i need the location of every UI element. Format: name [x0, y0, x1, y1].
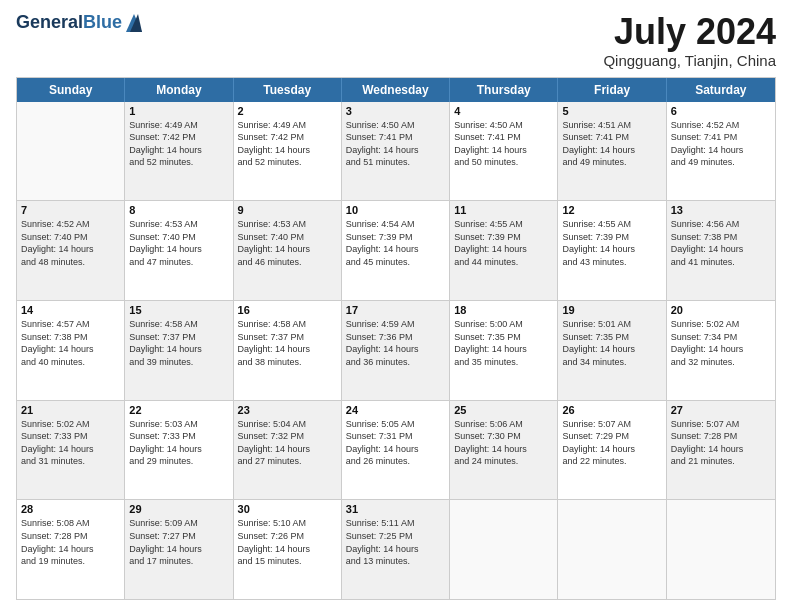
day-number: 6 [671, 105, 771, 117]
sunrise-text: Sunrise: 4:54 AM [346, 219, 415, 229]
daylight-text: Daylight: 14 hoursand 44 minutes. [454, 244, 527, 267]
sunset-text: Sunset: 7:33 PM [129, 431, 196, 441]
calendar-cell: 30Sunrise: 5:10 AMSunset: 7:26 PMDayligh… [234, 500, 342, 599]
sunset-text: Sunset: 7:30 PM [454, 431, 521, 441]
day-number: 8 [129, 204, 228, 216]
day-number: 1 [129, 105, 228, 117]
daylight-text: Daylight: 14 hoursand 13 minutes. [346, 544, 419, 567]
cell-detail: Sunrise: 5:02 AMSunset: 7:34 PMDaylight:… [671, 318, 771, 368]
sunrise-text: Sunrise: 4:52 AM [21, 219, 90, 229]
sunrise-text: Sunrise: 5:07 AM [562, 419, 631, 429]
cell-detail: Sunrise: 5:01 AMSunset: 7:35 PMDaylight:… [562, 318, 661, 368]
daylight-text: Daylight: 14 hoursand 51 minutes. [346, 145, 419, 168]
calendar-cell: 21Sunrise: 5:02 AMSunset: 7:33 PMDayligh… [17, 401, 125, 500]
sunrise-text: Sunrise: 5:03 AM [129, 419, 198, 429]
calendar-row: 1Sunrise: 4:49 AMSunset: 7:42 PMDaylight… [17, 102, 775, 201]
sunset-text: Sunset: 7:33 PM [21, 431, 88, 441]
day-number: 5 [562, 105, 661, 117]
calendar-cell: 17Sunrise: 4:59 AMSunset: 7:36 PMDayligh… [342, 301, 450, 400]
daylight-text: Daylight: 14 hoursand 49 minutes. [562, 145, 635, 168]
sunrise-text: Sunrise: 4:49 AM [129, 120, 198, 130]
calendar-cell: 5Sunrise: 4:51 AMSunset: 7:41 PMDaylight… [558, 102, 666, 201]
calendar-cell: 15Sunrise: 4:58 AMSunset: 7:37 PMDayligh… [125, 301, 233, 400]
sunset-text: Sunset: 7:28 PM [21, 531, 88, 541]
logo-general: General [16, 12, 83, 32]
cell-detail: Sunrise: 5:10 AMSunset: 7:26 PMDaylight:… [238, 517, 337, 567]
sunrise-text: Sunrise: 5:09 AM [129, 518, 198, 528]
calendar-cell: 7Sunrise: 4:52 AMSunset: 7:40 PMDaylight… [17, 201, 125, 300]
daylight-text: Daylight: 14 hoursand 29 minutes. [129, 444, 202, 467]
sunrise-text: Sunrise: 4:57 AM [21, 319, 90, 329]
day-number: 30 [238, 503, 337, 515]
day-number: 27 [671, 404, 771, 416]
sunset-text: Sunset: 7:26 PM [238, 531, 305, 541]
daylight-text: Daylight: 14 hoursand 52 minutes. [129, 145, 202, 168]
cell-detail: Sunrise: 5:11 AMSunset: 7:25 PMDaylight:… [346, 517, 445, 567]
calendar-cell [667, 500, 775, 599]
sunset-text: Sunset: 7:42 PM [238, 132, 305, 142]
daylight-text: Daylight: 14 hoursand 38 minutes. [238, 344, 311, 367]
sunrise-text: Sunrise: 4:55 AM [454, 219, 523, 229]
calendar-cell: 14Sunrise: 4:57 AMSunset: 7:38 PMDayligh… [17, 301, 125, 400]
day-number: 12 [562, 204, 661, 216]
sunset-text: Sunset: 7:41 PM [562, 132, 629, 142]
sunset-text: Sunset: 7:38 PM [671, 232, 738, 242]
daylight-text: Daylight: 14 hoursand 17 minutes. [129, 544, 202, 567]
cell-detail: Sunrise: 4:53 AMSunset: 7:40 PMDaylight:… [129, 218, 228, 268]
cell-detail: Sunrise: 5:03 AMSunset: 7:33 PMDaylight:… [129, 418, 228, 468]
day-number: 15 [129, 304, 228, 316]
calendar-cell [17, 102, 125, 201]
calendar-cell: 27Sunrise: 5:07 AMSunset: 7:28 PMDayligh… [667, 401, 775, 500]
day-number: 26 [562, 404, 661, 416]
daylight-text: Daylight: 14 hoursand 26 minutes. [346, 444, 419, 467]
cell-detail: Sunrise: 5:07 AMSunset: 7:29 PMDaylight:… [562, 418, 661, 468]
calendar-cell: 4Sunrise: 4:50 AMSunset: 7:41 PMDaylight… [450, 102, 558, 201]
calendar-header: SundayMondayTuesdayWednesdayThursdayFrid… [17, 78, 775, 102]
header: GeneralBlue July 2024 Qingguang, Tianjin… [16, 12, 776, 69]
sunrise-text: Sunrise: 5:05 AM [346, 419, 415, 429]
calendar-row: 7Sunrise: 4:52 AMSunset: 7:40 PMDaylight… [17, 200, 775, 300]
day-number: 13 [671, 204, 771, 216]
daylight-text: Daylight: 14 hoursand 34 minutes. [562, 344, 635, 367]
calendar-cell: 16Sunrise: 4:58 AMSunset: 7:37 PMDayligh… [234, 301, 342, 400]
cell-detail: Sunrise: 4:55 AMSunset: 7:39 PMDaylight:… [562, 218, 661, 268]
sunrise-text: Sunrise: 5:06 AM [454, 419, 523, 429]
cell-detail: Sunrise: 5:02 AMSunset: 7:33 PMDaylight:… [21, 418, 120, 468]
daylight-text: Daylight: 14 hoursand 27 minutes. [238, 444, 311, 467]
cell-detail: Sunrise: 5:00 AMSunset: 7:35 PMDaylight:… [454, 318, 553, 368]
calendar-cell: 22Sunrise: 5:03 AMSunset: 7:33 PMDayligh… [125, 401, 233, 500]
sunrise-text: Sunrise: 4:59 AM [346, 319, 415, 329]
daylight-text: Daylight: 14 hoursand 45 minutes. [346, 244, 419, 267]
daylight-text: Daylight: 14 hoursand 21 minutes. [671, 444, 744, 467]
cell-detail: Sunrise: 4:49 AMSunset: 7:42 PMDaylight:… [238, 119, 337, 169]
day-number: 17 [346, 304, 445, 316]
day-of-week-header: Tuesday [234, 78, 342, 102]
sunrise-text: Sunrise: 4:53 AM [238, 219, 307, 229]
sunrise-text: Sunrise: 5:04 AM [238, 419, 307, 429]
sunrise-text: Sunrise: 4:53 AM [129, 219, 198, 229]
sunrise-text: Sunrise: 5:10 AM [238, 518, 307, 528]
sunrise-text: Sunrise: 5:08 AM [21, 518, 90, 528]
day-number: 4 [454, 105, 553, 117]
sunset-text: Sunset: 7:32 PM [238, 431, 305, 441]
calendar-cell: 13Sunrise: 4:56 AMSunset: 7:38 PMDayligh… [667, 201, 775, 300]
calendar-row: 21Sunrise: 5:02 AMSunset: 7:33 PMDayligh… [17, 400, 775, 500]
sunset-text: Sunset: 7:39 PM [562, 232, 629, 242]
cell-detail: Sunrise: 4:58 AMSunset: 7:37 PMDaylight:… [129, 318, 228, 368]
calendar-cell: 24Sunrise: 5:05 AMSunset: 7:31 PMDayligh… [342, 401, 450, 500]
sunset-text: Sunset: 7:36 PM [346, 332, 413, 342]
day-number: 29 [129, 503, 228, 515]
sunset-text: Sunset: 7:39 PM [346, 232, 413, 242]
sunset-text: Sunset: 7:37 PM [238, 332, 305, 342]
cell-detail: Sunrise: 4:52 AMSunset: 7:41 PMDaylight:… [671, 119, 771, 169]
daylight-text: Daylight: 14 hoursand 49 minutes. [671, 145, 744, 168]
sunset-text: Sunset: 7:29 PM [562, 431, 629, 441]
logo: GeneralBlue [16, 12, 144, 34]
cell-detail: Sunrise: 4:50 AMSunset: 7:41 PMDaylight:… [346, 119, 445, 169]
calendar-row: 14Sunrise: 4:57 AMSunset: 7:38 PMDayligh… [17, 300, 775, 400]
calendar-row: 28Sunrise: 5:08 AMSunset: 7:28 PMDayligh… [17, 499, 775, 599]
sunrise-text: Sunrise: 4:50 AM [454, 120, 523, 130]
sunset-text: Sunset: 7:41 PM [671, 132, 738, 142]
calendar-cell: 26Sunrise: 5:07 AMSunset: 7:29 PMDayligh… [558, 401, 666, 500]
day-number: 14 [21, 304, 120, 316]
